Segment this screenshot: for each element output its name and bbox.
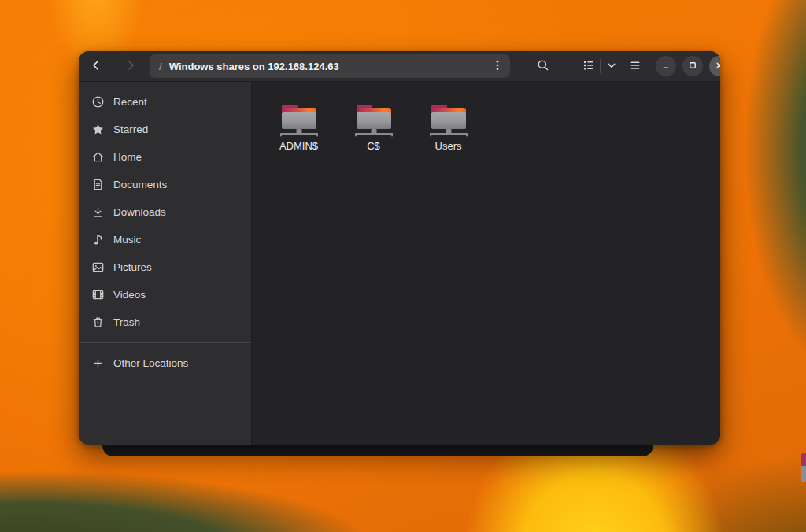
network-share-folder-icon bbox=[353, 102, 394, 138]
file-view: ADMIN$ C$ bbox=[252, 82, 720, 445]
videos-icon bbox=[91, 288, 105, 301]
sidebar-item-other-locations[interactable]: Other Locations bbox=[83, 349, 246, 377]
trash-icon bbox=[91, 316, 105, 329]
starred-icon bbox=[91, 123, 105, 136]
sidebar-item-trash[interactable]: Trash bbox=[83, 308, 246, 336]
pictures-icon bbox=[91, 260, 105, 274]
sidebar-list: Recent Starred Home Documents Do bbox=[79, 88, 251, 336]
sidebar-item-recent[interactable]: Recent bbox=[83, 88, 246, 116]
list-view-icon bbox=[582, 58, 596, 75]
maximize-icon bbox=[687, 60, 698, 73]
view-options-button[interactable] bbox=[601, 54, 623, 79]
minimize-button[interactable] bbox=[656, 56, 676, 76]
desktop-wallpaper: / Windows shares on 192.168.124.63 bbox=[0, 0, 806, 532]
maximize-button[interactable] bbox=[682, 56, 703, 76]
main-menu-button[interactable] bbox=[623, 54, 648, 79]
pathbar[interactable]: / Windows shares on 192.168.124.63 bbox=[150, 54, 510, 78]
path-root-slash: / bbox=[159, 61, 162, 72]
search-icon bbox=[536, 58, 550, 75]
list-view-button[interactable] bbox=[578, 54, 600, 79]
home-icon bbox=[91, 150, 105, 164]
cutoff-folder-sliver bbox=[801, 453, 806, 482]
hamburger-menu-icon bbox=[628, 58, 642, 75]
file-grid: ADMIN$ C$ bbox=[252, 82, 720, 157]
sidebar-item-downloads[interactable]: Downloads bbox=[83, 198, 246, 226]
file-item-c-share[interactable]: C$ bbox=[336, 99, 411, 157]
chevron-right-icon bbox=[124, 58, 138, 75]
chevron-left-icon bbox=[89, 58, 103, 75]
downloads-icon bbox=[91, 205, 105, 219]
plus-icon bbox=[91, 357, 105, 370]
path-menu-button[interactable] bbox=[488, 57, 507, 76]
headerbar: / Windows shares on 192.168.124.63 bbox=[79, 51, 720, 82]
sidebar-footer: Other Locations bbox=[79, 349, 251, 377]
sidebar-item-starred[interactable]: Starred bbox=[83, 116, 246, 143]
sidebar-item-home[interactable]: Home bbox=[83, 143, 246, 171]
sidebar-divider bbox=[79, 342, 251, 343]
minimize-icon bbox=[660, 60, 671, 73]
network-share-folder-icon bbox=[279, 102, 320, 138]
sidebar-item-videos[interactable]: Videos bbox=[83, 281, 246, 308]
vertical-dots-icon bbox=[490, 58, 505, 75]
music-icon bbox=[91, 233, 105, 246]
window-body: Recent Starred Home Documents Do bbox=[79, 82, 720, 445]
close-button[interactable] bbox=[709, 56, 720, 76]
cutoff-folder-body bbox=[801, 466, 806, 482]
search-button[interactable] bbox=[531, 54, 556, 79]
back-button[interactable] bbox=[83, 54, 109, 79]
files-window: / Windows shares on 192.168.124.63 bbox=[79, 51, 720, 445]
sidebar-item-documents[interactable]: Documents bbox=[83, 171, 246, 198]
cutoff-folder-tab bbox=[801, 453, 806, 466]
recent-icon bbox=[91, 95, 105, 109]
documents-icon bbox=[91, 178, 105, 191]
close-icon bbox=[714, 60, 720, 73]
sidebar-item-music[interactable]: Music bbox=[83, 226, 246, 253]
sidebar: Recent Starred Home Documents Do bbox=[79, 82, 252, 445]
chevron-down-icon bbox=[604, 58, 619, 75]
sidebar-item-pictures[interactable]: Pictures bbox=[83, 253, 246, 281]
file-item-admin-share[interactable]: ADMIN$ bbox=[261, 99, 336, 157]
view-toggle-group bbox=[578, 54, 623, 79]
forward-button[interactable] bbox=[118, 54, 143, 79]
path-title: Windows shares on 192.168.124.63 bbox=[169, 61, 488, 72]
file-item-users[interactable]: Users bbox=[411, 99, 486, 157]
network-share-folder-icon bbox=[428, 102, 469, 138]
